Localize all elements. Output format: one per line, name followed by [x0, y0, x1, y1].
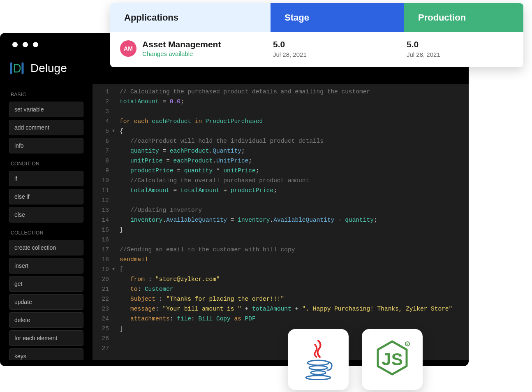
line-number: 11 — [93, 186, 113, 195]
line-number: 21 — [93, 284, 113, 294]
nodejs-logo-card: JS R — [362, 329, 423, 390]
sidebar-item-delete[interactable]: delete — [9, 312, 83, 328]
app-name: Asset Management — [142, 39, 221, 49]
sidebar-item-if[interactable]: if — [9, 171, 83, 186]
code-content[interactable]: ] — [113, 324, 123, 334]
code-line[interactable]: 18sendmail — [93, 255, 469, 264]
code-line[interactable]: 10 //Calculating the overall purchased p… — [93, 176, 469, 186]
nodejs-icon: JS R — [374, 339, 411, 380]
fold-marker-icon[interactable]: ▼ — [112, 126, 115, 136]
code-content[interactable]: } — [113, 225, 123, 235]
section-label: COLLECTION — [11, 230, 83, 236]
sidebar-item-keys[interactable]: keys — [9, 348, 83, 360]
code-content[interactable]: sendmail — [113, 255, 148, 264]
line-number: 17 — [93, 245, 113, 255]
line-number: 8 — [93, 156, 113, 166]
code-content[interactable]: Subject : "Thanks for placing the order!… — [113, 294, 284, 304]
code-line[interactable]: 16 — [93, 235, 469, 245]
stage-date: Jul 28, 2021 — [273, 51, 407, 58]
code-line[interactable]: 20 from : "store@zylker.com" — [93, 274, 469, 284]
code-line[interactable]: 24 attachments: file: Bill_Copy as PDF — [93, 314, 469, 324]
sidebar-item-update[interactable]: update — [9, 294, 83, 310]
code-line[interactable]: 4for each eachProduct in ProductPurchase… — [93, 116, 469, 126]
code-content[interactable] — [113, 195, 123, 205]
tab-production[interactable]: Production — [404, 3, 523, 32]
app-avatar: AM — [120, 40, 136, 57]
sidebar: BASICset variableadd commentinfoCONDITIO… — [0, 84, 93, 360]
code-line[interactable]: 1// Calculating the purchased product de… — [93, 87, 469, 97]
sidebar-item-get[interactable]: get — [9, 276, 83, 292]
code-content[interactable]: attachments: file: Bill_Copy as PDF — [113, 314, 256, 324]
code-content[interactable]: //Updating Inventory — [113, 205, 202, 215]
code-line[interactable]: 3 — [93, 107, 469, 116]
line-number: 9 — [93, 166, 113, 176]
fold-marker-icon[interactable]: ▼ — [112, 264, 115, 274]
tab-stage[interactable]: Stage — [271, 3, 404, 32]
svg-text:R: R — [406, 343, 408, 346]
sidebar-item-set-variable[interactable]: set variable — [9, 102, 83, 117]
svg-point-0 — [308, 360, 329, 365]
code-content[interactable] — [113, 334, 123, 343]
window-dot[interactable] — [23, 42, 28, 47]
line-number: 6 — [93, 136, 113, 146]
sidebar-item-info[interactable]: info — [9, 138, 83, 153]
production-date: Jul 28, 2021 — [407, 51, 513, 58]
sidebar-item-else[interactable]: else — [9, 207, 83, 223]
window-dot[interactable] — [33, 42, 38, 47]
code-line[interactable]: 17//Sending an email to the customer wit… — [93, 245, 469, 255]
code-line[interactable]: 9 productPrice = quantity * unitPrice; — [93, 166, 469, 176]
code-content[interactable]: // Calculating the purchased product det… — [113, 87, 370, 97]
svg-point-3 — [306, 376, 331, 380]
code-content[interactable]: productPrice = quantity * unitPrice; — [113, 166, 259, 176]
sidebar-item-for-each-element[interactable]: for each element — [9, 330, 83, 346]
code-editor[interactable]: 1// Calculating the purchased product de… — [93, 84, 469, 360]
line-number: 10 — [93, 176, 113, 186]
code-line[interactable]: 22 Subject : "Thanks for placing the ord… — [93, 294, 469, 304]
code-line[interactable]: 7 quantity = eachProduct.Quantity; — [93, 146, 469, 156]
sidebar-item-add-comment[interactable]: add comment — [9, 120, 83, 135]
code-line[interactable]: 21 to: Customer — [93, 284, 469, 294]
sidebar-item-insert[interactable]: insert — [9, 258, 83, 274]
code-line[interactable]: 19▼[ — [93, 264, 469, 274]
java-icon — [302, 339, 335, 380]
code-content[interactable]: inventory.AvailableQuantity = inventory.… — [113, 215, 377, 225]
code-content[interactable]: for each eachProduct in ProductPurchased — [113, 116, 263, 126]
stage-cell: 5.0 Jul 28, 2021 — [273, 39, 407, 58]
svg-point-2 — [311, 371, 326, 375]
code-content[interactable]: //eachProduct will hold the individual p… — [113, 136, 324, 146]
svg-text:JS: JS — [382, 350, 402, 369]
ide-window: Deluge BASICset variableadd commentinfoC… — [0, 33, 469, 366]
code-line[interactable]: 23 message: "Your bill amount is " + tot… — [93, 304, 469, 314]
code-line[interactable]: 15} — [93, 225, 469, 235]
code-content[interactable]: //Sending an email to the customer with … — [113, 245, 295, 255]
code-line[interactable]: 8 unitPrice = eachProduct.UnitPrice; — [93, 156, 469, 166]
code-content[interactable]: unitPrice = eachProduct.UnitPrice; — [113, 156, 252, 166]
app-cell[interactable]: AM Asset Management Changes available — [120, 39, 273, 57]
code-line[interactable]: 5▼{ — [93, 126, 469, 136]
sidebar-item-create-collection[interactable]: create collection — [9, 240, 83, 255]
code-line[interactable]: 13 //Updating Inventory — [93, 205, 469, 215]
line-number: 3 — [93, 107, 113, 116]
code-content[interactable]: //Calculating the overall purchased prod… — [113, 176, 309, 186]
line-number: 19▼ — [93, 264, 113, 274]
code-line[interactable]: 14 inventory.AvailableQuantity = invento… — [93, 215, 469, 225]
code-line[interactable]: 6 //eachProduct will hold the individual… — [93, 136, 469, 146]
status-row: AM Asset Management Changes available 5.… — [110, 32, 523, 67]
code-content[interactable]: totalAmount = totalAmount + productPrice… — [113, 186, 277, 195]
code-content[interactable]: message: "Your bill amount is " + totalA… — [113, 304, 452, 314]
code-content[interactable]: totalAmount = 0.0; — [113, 97, 184, 107]
line-number: 12 — [93, 195, 113, 205]
code-line[interactable]: 12 — [93, 195, 469, 205]
code-line[interactable]: 2totalAmount = 0.0; — [93, 97, 469, 107]
line-number: 4 — [93, 116, 113, 126]
code-content[interactable]: from : "store@zylker.com" — [113, 274, 220, 284]
code-content[interactable]: quantity = eachProduct.Quantity; — [113, 146, 245, 156]
code-line[interactable]: 11 totalAmount = totalAmount + productPr… — [93, 186, 469, 195]
code-content[interactable]: to: Customer — [113, 284, 173, 294]
code-content[interactable] — [113, 107, 123, 116]
code-content[interactable] — [113, 343, 123, 353]
window-dot[interactable] — [12, 42, 18, 47]
code-content[interactable] — [113, 235, 123, 245]
tab-applications[interactable]: Applications — [110, 3, 271, 32]
sidebar-item-else-if[interactable]: else if — [9, 189, 83, 204]
